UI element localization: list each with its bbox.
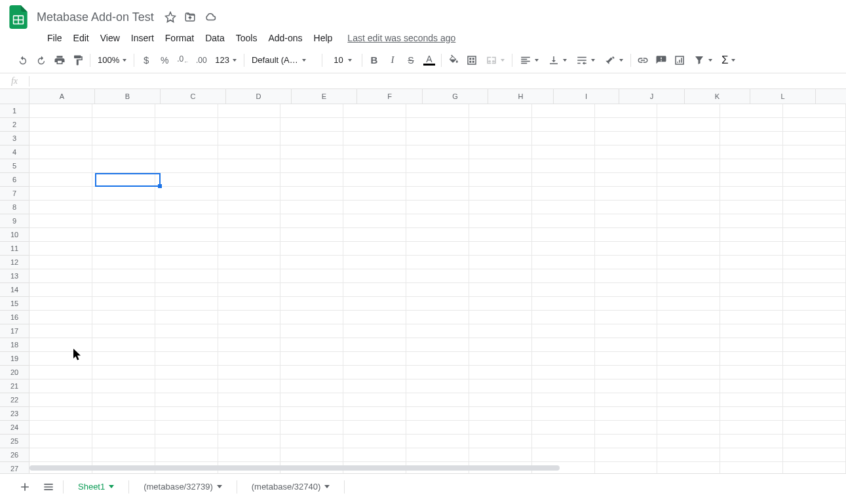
insert-chart-button[interactable] [671,52,688,69]
row-header[interactable]: 4 [0,145,29,159]
italic-button[interactable]: I [384,52,401,69]
menu-tools[interactable]: Tools [231,30,263,46]
cell[interactable] [469,421,532,435]
cell[interactable] [720,338,783,352]
cell[interactable] [92,435,155,448]
cell[interactable] [657,338,720,352]
cell[interactable] [595,269,658,283]
cell[interactable] [280,393,343,407]
row-header[interactable]: 27 [0,462,29,473]
cell[interactable] [595,256,658,269]
cell[interactable] [155,366,218,379]
font-size-dropdown[interactable]: 10 [326,52,358,69]
cell[interactable] [595,338,658,352]
sheets-logo[interactable] [5,4,31,30]
menu-insert[interactable]: Insert [126,30,159,46]
cell[interactable] [657,242,720,256]
vertical-align-button[interactable] [544,52,571,69]
row-header[interactable]: 5 [0,159,29,173]
cell[interactable] [155,187,218,201]
cell[interactable] [657,435,720,448]
cell[interactable] [657,132,720,145]
menu-help[interactable]: Help [309,30,338,46]
cell[interactable] [469,242,532,256]
row-header[interactable]: 7 [0,187,29,201]
cell[interactable] [29,366,92,379]
cell[interactable] [532,393,595,407]
cell[interactable] [155,256,218,269]
cell[interactable] [720,242,783,256]
cell[interactable] [218,214,281,228]
cell[interactable] [155,448,218,462]
cell[interactable] [469,283,532,297]
cell[interactable] [218,173,281,187]
cell[interactable] [218,201,281,214]
cell[interactable] [218,421,281,435]
cell[interactable] [343,159,406,173]
currency-button[interactable]: $ [138,52,155,69]
cell[interactable] [218,256,281,269]
cell[interactable] [343,448,406,462]
cell[interactable] [469,104,532,118]
cell[interactable] [280,366,343,379]
cell[interactable] [406,283,469,297]
cell[interactable] [218,366,281,379]
cell[interactable] [280,228,343,242]
cell[interactable] [783,352,846,366]
cell[interactable] [469,187,532,201]
cell[interactable] [280,448,343,462]
cell[interactable] [469,352,532,366]
fill-color-button[interactable] [445,52,462,69]
cell[interactable] [595,448,658,462]
cell[interactable] [595,421,658,435]
cell[interactable] [218,242,281,256]
cell[interactable] [218,379,281,393]
cell[interactable] [406,448,469,462]
cell[interactable] [783,118,846,132]
sheet-tab-2[interactable]: (metabase/32739) [134,475,231,499]
column-header[interactable]: C [161,89,226,104]
cell[interactable] [218,324,281,338]
row-header[interactable]: 23 [0,407,29,421]
all-sheets-button[interactable] [39,478,58,496]
cell[interactable] [29,187,92,201]
cell[interactable] [92,132,155,145]
cell[interactable] [783,338,846,352]
cell[interactable] [92,297,155,311]
cell[interactable] [720,435,783,448]
cell[interactable] [532,324,595,338]
cell[interactable] [29,352,92,366]
cell[interactable] [532,352,595,366]
functions-button[interactable]: Σ [718,52,740,69]
decrease-decimal-button[interactable]: .0← [174,52,191,69]
cell[interactable] [155,283,218,297]
cell[interactable] [406,338,469,352]
cell[interactable] [783,435,846,448]
cell[interactable] [783,283,846,297]
cell[interactable] [29,242,92,256]
cell[interactable] [218,104,281,118]
cell[interactable] [406,228,469,242]
cell[interactable] [595,366,658,379]
cell[interactable] [155,435,218,448]
cell[interactable] [343,118,406,132]
row-header[interactable]: 8 [0,201,29,214]
cell[interactable] [469,297,532,311]
cell[interactable] [720,366,783,379]
cell[interactable] [280,283,343,297]
cell[interactable] [595,435,658,448]
menu-addons[interactable]: Add-ons [263,30,307,46]
cell[interactable] [155,214,218,228]
cell[interactable] [783,187,846,201]
menu-data[interactable]: Data [200,30,230,46]
cell[interactable] [218,269,281,283]
cell[interactable] [532,132,595,145]
cell[interactable] [155,311,218,324]
cell[interactable] [532,448,595,462]
cell[interactable] [657,256,720,269]
cell[interactable] [720,104,783,118]
text-color-button[interactable]: A [421,52,438,69]
cell[interactable] [280,256,343,269]
cell[interactable] [406,407,469,421]
cell[interactable] [280,104,343,118]
